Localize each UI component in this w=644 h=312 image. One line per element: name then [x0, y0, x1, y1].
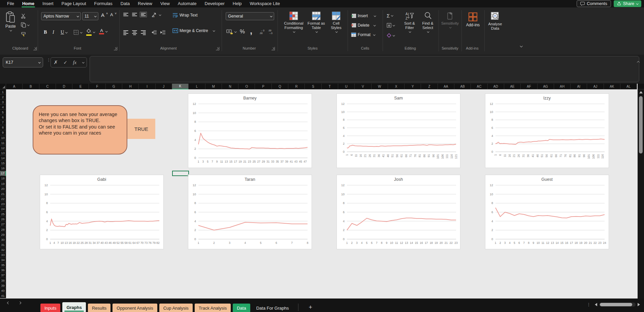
chart-josh[interactable]: Josh024681012123456789101112131415161718…: [336, 175, 460, 249]
row-header-21[interactable]: 21: [0, 191, 6, 196]
column-header-S[interactable]: S: [305, 84, 321, 89]
row-header-27[interactable]: 27: [0, 222, 6, 227]
tab-options-icon[interactable]: ⋮: [587, 304, 591, 305]
row-header-28[interactable]: 28: [0, 227, 6, 232]
column-header-J[interactable]: J: [156, 84, 172, 89]
column-header-AJ[interactable]: AJ: [587, 84, 604, 89]
row-header-10[interactable]: 10: [0, 135, 6, 140]
delete-cells-button[interactable]: Delete: [351, 23, 375, 28]
row-header-29[interactable]: 29: [0, 232, 6, 237]
horizontal-scrollbar-track[interactable]: [599, 303, 636, 307]
alignment-dialog-launcher[interactable]: [216, 47, 219, 50]
chart-gabi[interactable]: Gabi024681012147101316192225283134374043…: [40, 175, 164, 249]
column-header-B[interactable]: B: [23, 84, 39, 89]
sheet-tab-track-analysis[interactable]: Track Analysis: [195, 304, 231, 312]
bold-button[interactable]: B: [44, 30, 47, 35]
row-header-38[interactable]: 38: [0, 278, 6, 283]
chart-sam[interactable]: Sam0246810121611162126313641465156616671…: [336, 93, 460, 168]
row-header-40[interactable]: 40: [0, 288, 6, 293]
column-header-C[interactable]: C: [39, 84, 56, 89]
row-header-41[interactable]: 41: [0, 293, 6, 298]
confirm-entry-icon[interactable]: ✓: [63, 60, 67, 65]
column-header-Y[interactable]: Y: [405, 84, 421, 89]
column-header-AG[interactable]: AG: [538, 84, 554, 89]
true-cell[interactable]: TRUE: [127, 119, 155, 139]
row-header-35[interactable]: 35: [0, 263, 6, 268]
increase-indent-button[interactable]: [160, 30, 166, 34]
conditional-formatting-button[interactable]: Conditional Formatting: [282, 11, 306, 33]
row-header-7[interactable]: 7: [0, 120, 6, 125]
vertical-scrollbar-thumb[interactable]: [639, 96, 643, 153]
orientation-button[interactable]: ab: [152, 12, 161, 18]
row-header-33[interactable]: 33: [0, 253, 6, 258]
italic-button[interactable]: I: [53, 30, 54, 35]
column-header-AH[interactable]: AH: [554, 84, 571, 89]
row-header-25[interactable]: 25: [0, 212, 6, 217]
row-header-36[interactable]: 36: [0, 268, 6, 273]
fill-button[interactable]: [387, 23, 394, 28]
column-header-X[interactable]: X: [388, 84, 405, 89]
formula-bar-collapse-button[interactable]: [637, 59, 639, 65]
column-header-Q[interactable]: Q: [272, 84, 288, 89]
scroll-left-icon[interactable]: [595, 303, 597, 306]
decrease-decimal-button[interactable]: .00→0: [267, 29, 274, 34]
font-color-button[interactable]: A: [99, 29, 107, 34]
row-header-24[interactable]: 24: [0, 207, 6, 212]
add-sheet-button[interactable]: +: [304, 304, 317, 311]
column-header-W[interactable]: W: [372, 84, 388, 89]
column-header-AB[interactable]: AB: [454, 84, 471, 89]
autosum-button[interactable]: Σ: [387, 13, 393, 19]
menu-item-page-layout[interactable]: Page Layout: [58, 0, 90, 7]
column-header-AA[interactable]: AA: [438, 84, 454, 89]
row-header-39[interactable]: 39: [0, 283, 6, 288]
cancel-entry-icon[interactable]: ✗: [54, 59, 58, 65]
column-header-AE[interactable]: AE: [504, 84, 521, 89]
column-header-F[interactable]: F: [89, 84, 105, 89]
menu-item-view[interactable]: View: [157, 0, 173, 7]
row-header-32[interactable]: 32: [0, 247, 6, 252]
row-header-19[interactable]: 19: [0, 181, 6, 186]
underline-button[interactable]: U: [61, 30, 67, 35]
align-middle-button[interactable]: [132, 13, 137, 16]
menu-item-developer[interactable]: Developer: [201, 0, 228, 7]
formula-input[interactable]: [90, 56, 639, 82]
row-header-1[interactable]: 1: [0, 89, 6, 94]
shrink-font-button[interactable]: A˅: [110, 12, 117, 17]
column-header-E[interactable]: E: [72, 84, 89, 89]
column-header-A[interactable]: A: [6, 84, 23, 89]
column-header-O[interactable]: O: [238, 84, 255, 89]
format-as-table-button[interactable]: Format as Table: [306, 11, 327, 33]
sort-filter-button[interactable]: AZ Sort & Filter: [401, 11, 418, 33]
row-header-31[interactable]: 31: [0, 242, 6, 247]
number-format-select[interactable]: General: [226, 12, 274, 20]
column-header-T[interactable]: T: [322, 84, 338, 89]
row-header-26[interactable]: 26: [0, 217, 6, 222]
menu-item-automate[interactable]: Automate: [174, 0, 200, 7]
column-header-D[interactable]: D: [56, 84, 72, 89]
format-cells-button[interactable]: Format: [351, 32, 375, 37]
align-left-button[interactable]: [123, 30, 128, 35]
column-header-H[interactable]: H: [122, 84, 139, 89]
row-header-23[interactable]: 23: [0, 201, 6, 206]
scroll-right-icon[interactable]: [638, 303, 640, 306]
comma-style-button[interactable]: ,: [250, 26, 252, 36]
menu-item-workspace-lite[interactable]: Workspace Lite: [246, 0, 284, 7]
grow-font-button[interactable]: A˄: [101, 12, 108, 18]
formula-bar-drag-handle[interactable]: ⋮: [46, 59, 48, 61]
menu-item-formulas[interactable]: Formulas: [91, 0, 116, 7]
column-header-AC[interactable]: AC: [471, 84, 487, 89]
row-header-15[interactable]: 15: [0, 161, 6, 166]
font-dialog-launcher[interactable]: [114, 47, 117, 50]
merge-centre-button[interactable]: Merge & Centre: [172, 28, 215, 33]
name-box[interactable]: K17: [3, 57, 43, 67]
accounting-format-button[interactable]: [226, 29, 236, 34]
row-header-6[interactable]: 6: [0, 115, 6, 120]
row-header-5[interactable]: 5: [0, 110, 6, 115]
column-header-AI[interactable]: AI: [571, 84, 587, 89]
row-header-8[interactable]: 8: [0, 125, 6, 130]
wrap-text-button[interactable]: Wrap Text: [172, 13, 198, 18]
column-header-P[interactable]: P: [255, 84, 271, 89]
row-header-13[interactable]: 13: [0, 150, 6, 155]
chart-taran[interactable]: Taran02468101212345678: [188, 175, 312, 249]
insert-function-icon[interactable]: fx: [73, 60, 76, 65]
